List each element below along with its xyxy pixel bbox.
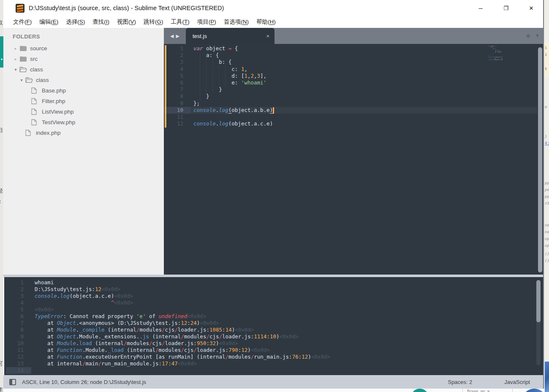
- background-text-fragment: 日: [0, 127, 3, 134]
- menu-item-G[interactable]: 跳转(G): [140, 17, 167, 27]
- nav-forward-icon[interactable]: ▶: [176, 33, 179, 39]
- indent-guide: [212, 59, 213, 93]
- chevron-down-icon[interactable]: ▾: [13, 67, 19, 72]
- menu-item-E[interactable]: 编辑(E): [35, 17, 62, 27]
- indent-guide: [225, 66, 226, 87]
- tab-overflow-icon[interactable]: ▼: [535, 33, 540, 38]
- menu-item-S[interactable]: 选择(S): [62, 17, 89, 27]
- text-cursor: [273, 107, 274, 114]
- menu-item-P[interactable]: 项目(P): [193, 17, 220, 27]
- line-number: 14: [4, 367, 24, 374]
- code-line: c: 1,: [193, 66, 273, 73]
- code-line: d: [1,2,3],: [193, 73, 273, 79]
- status-text: ASCII, Line 10, Column 26; node D:\JSstu…: [22, 379, 146, 385]
- code-line: console.log(object.a.c.e): [489, 60, 503, 61]
- editor-column: ◀ ▶ test.js × + ▼ 123456789101112 var o: [164, 28, 543, 275]
- status-bar: ASCII, Line 10, Column 26; node D:\JSstu…: [3, 375, 543, 389]
- output-gutter: 1234567891011121314: [4, 279, 24, 374]
- background-text-fragment: 4:: [545, 141, 549, 145]
- output-scrollbar[interactable]: [536, 280, 541, 322]
- indent-guide: [200, 52, 200, 100]
- editor-gutter: 123456789101112: [164, 45, 183, 127]
- background-text-fragment: up: [545, 243, 549, 248]
- title-bar[interactable]: D:\JSstudy\test.js (source, src, class) …: [3, 0, 543, 16]
- background-text-fragment: st: [545, 201, 549, 205]
- line-number: 4: [4, 299, 24, 306]
- file-item-TestView.php[interactable]: TestView.php: [3, 117, 164, 128]
- file-icon: [31, 119, 39, 126]
- tree-item-label: Filter.php: [42, 98, 65, 104]
- divider: [512, 389, 513, 392]
- background-logo-fragment: [545, 362, 549, 392]
- folder-tree: ▸source▸src▾class▾classBase.phpFilter.ph…: [3, 43, 164, 138]
- line-number: 5: [4, 306, 24, 313]
- menu-item-V[interactable]: 视图(V): [113, 17, 140, 27]
- background-text-fragment: ne: [545, 230, 549, 234]
- code-line: whoami: [35, 279, 330, 286]
- background-text-fragment: pp: [545, 194, 549, 199]
- chevron-down-icon[interactable]: ▾: [19, 78, 24, 82]
- tree-item-label: class: [30, 66, 43, 73]
- line-number: 9: [4, 333, 24, 340]
- folder-item-class[interactable]: ▾class: [3, 75, 164, 85]
- background-left-strip: ▼ 取日径：可几李: [0, 0, 3, 392]
- maximize-button[interactable]: ❐: [503, 5, 509, 11]
- build-output-panel[interactable]: 1234567891011121314 whoamiD:\JSstudy\tes…: [4, 277, 543, 375]
- indent-guide: [219, 66, 219, 87]
- tree-item-label: TestView.php: [42, 119, 75, 125]
- sidebar-toggle-icon[interactable]: [9, 379, 16, 385]
- background-text-fragment: 径: [0, 187, 3, 195]
- background-text-fragment: (): [545, 252, 549, 256]
- file-item-index.php[interactable]: index.php: [3, 128, 164, 138]
- line-number: 1: [4, 279, 24, 286]
- editor-scrollbar[interactable]: [538, 47, 542, 272]
- line-number: 11: [4, 347, 24, 354]
- file-item-Filter.php[interactable]: Filter.php: [3, 96, 164, 106]
- code-text[interactable]: var object = { a: { b: { c: 1, d: [1,2,3…: [193, 45, 273, 127]
- folders-header: FOLDERS: [13, 33, 164, 40]
- background-globe-logo: [522, 389, 545, 392]
- screen: ▼ 取日径：可几李 iite}4:pppeppstneneupup()() fl…: [0, 0, 549, 392]
- line-number: 12: [4, 354, 24, 360]
- background-text-fragment: 可几: [0, 360, 3, 368]
- code-line: }: [193, 86, 273, 93]
- tree-item-label: Base.php: [42, 87, 66, 94]
- code-area[interactable]: 123456789101112 var object = { a: { b: {…: [164, 44, 543, 275]
- menu-item-N[interactable]: 首选项(N): [220, 17, 253, 27]
- new-tab-icon[interactable]: +: [526, 31, 530, 41]
- background-right-strip: iite}4:pppeppstneneupup()(): [545, 0, 549, 392]
- menu-item-F[interactable]: 文件(F): [9, 17, 35, 27]
- code-line: <0x0d>: [35, 306, 330, 313]
- code-line: at Function.executeUserEntryPoint [as ru…: [35, 354, 330, 360]
- code-line: }: [193, 93, 273, 100]
- menu-item-I[interactable]: 查找(I): [89, 17, 113, 27]
- menu-item-T[interactable]: 工具(T): [167, 17, 193, 27]
- tab-nav-box: ◀ ▶: [164, 28, 186, 44]
- tab-label: test.js: [193, 33, 207, 39]
- tab-testjs[interactable]: test.js ×: [186, 28, 274, 44]
- background-text-fragment: up: [545, 237, 549, 241]
- line-number: 6: [4, 313, 24, 320]
- background-text-fragment: (): [545, 259, 549, 263]
- menu-item-H[interactable]: 帮助(H): [253, 17, 280, 27]
- close-button[interactable]: ✕: [528, 5, 535, 11]
- minimap[interactable]: var object = { a: { b: { c: 1, d: [1,2,3…: [489, 46, 503, 61]
- syntax-mode[interactable]: JavaScript: [504, 379, 530, 385]
- indent-setting[interactable]: Spaces: 2: [448, 379, 472, 385]
- sublime-logo-icon: [16, 4, 24, 13]
- nav-back-icon[interactable]: ◀: [170, 33, 174, 39]
- folder-item-class[interactable]: ▾class: [3, 64, 164, 75]
- code-line: at Module._compile (internal/modules/cjs…: [35, 327, 330, 333]
- folder-item-source[interactable]: ▸source: [3, 43, 164, 54]
- chevron-right-icon[interactable]: ▸: [13, 46, 19, 51]
- folder-item-src[interactable]: ▸src: [3, 54, 164, 64]
- file-item-ListView.php[interactable]: ListView.php: [3, 106, 164, 117]
- chevron-right-icon[interactable]: ▸: [13, 57, 19, 61]
- output-text: whoamiD:\JSstudy\test.js:12<0x0d>console…: [35, 279, 330, 374]
- code-line: at Object.<anonymous> (D:\JSstudy\test.j…: [35, 320, 330, 327]
- tab-close-icon[interactable]: ×: [266, 33, 269, 39]
- minimize-button[interactable]: ─: [477, 5, 484, 11]
- file-item-Base.php[interactable]: Base.php: [3, 85, 164, 96]
- line-number: 8: [164, 93, 183, 100]
- background-text-fragment: 李: [0, 386, 3, 392]
